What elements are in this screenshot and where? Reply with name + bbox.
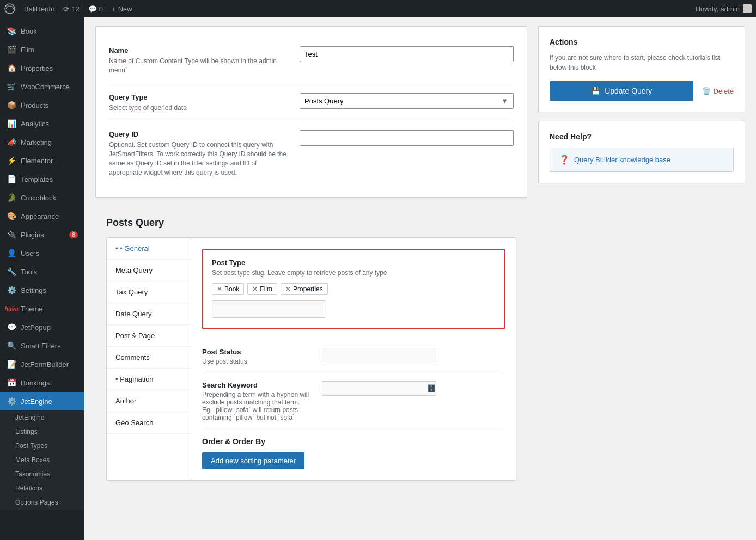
query-builder: • General Meta Query Tax Query Date Quer… <box>106 237 516 481</box>
tag-book-remove[interactable]: ✕ <box>217 285 222 293</box>
users-icon: 👤 <box>7 248 16 258</box>
tag-film-remove[interactable]: ✕ <box>252 285 258 293</box>
tab-comments[interactable]: Comments <box>107 347 191 369</box>
sidebar-item-film[interactable]: 🎬 Film <box>0 40 84 59</box>
tag-properties-remove[interactable]: ✕ <box>285 285 291 293</box>
query-type-select-wrap: Posts Query ▼ <box>300 93 514 109</box>
svg-point-0 <box>5 4 15 14</box>
query-id-row: Query ID Optional. Set custom Query ID t… <box>109 121 514 186</box>
jetformbuilder-icon: 📝 <box>7 359 16 369</box>
sub-meta-boxes[interactable]: Meta Boxes <box>0 453 84 467</box>
name-input[interactable] <box>300 46 514 62</box>
add-sort-button[interactable]: Add new sorting parameter <box>202 452 304 469</box>
name-label: Name <box>109 46 289 54</box>
sidebar-item-tools[interactable]: 🔧 Tools <box>0 262 84 281</box>
sub-taxonomies[interactable]: Taxonomies <box>0 467 84 481</box>
post-status-input[interactable] <box>322 348 436 365</box>
order-section: Order & Order By Add new sorting paramet… <box>202 429 505 469</box>
comments-count[interactable]: 💬 0 <box>88 5 103 13</box>
sidebar-item-jetpopup[interactable]: 💬 JetPopup <box>0 318 84 336</box>
settings-icon: ⚙️ <box>7 285 16 295</box>
sidebar-item-smart-filters[interactable]: 🔍 Smart Filters <box>0 336 84 355</box>
templates-icon: 📄 <box>7 174 16 184</box>
sidebar-item-crocoblock[interactable]: 🐊 Crocoblock <box>0 188 84 207</box>
site-name[interactable]: BaliRento <box>24 5 54 13</box>
sidebar-item-label: JetPopup <box>21 323 51 332</box>
query-type-select[interactable]: Posts Query <box>300 93 514 109</box>
sidebar-item-label: Settings <box>21 286 46 294</box>
sidebar-item-properties[interactable]: 🏠 Properties <box>0 59 84 77</box>
tab-meta-query[interactable]: Meta Query <box>107 260 191 281</box>
sidebar: 📚 Book 🎬 Film 🏠 Properties 🛒 WooCommerce… <box>0 17 84 540</box>
crocoblock-icon: 🐊 <box>7 193 16 202</box>
tag-book-label: Book <box>224 285 239 293</box>
name-label-wrap: Name Name of Custom Content Type will be… <box>109 46 289 75</box>
delete-button[interactable]: 🗑️ Delete <box>702 87 734 95</box>
tab-author[interactable]: Author <box>107 390 191 412</box>
sidebar-item-label: Templates <box>21 175 53 183</box>
search-keyword-input[interactable] <box>322 382 423 395</box>
sidebar-item-templates[interactable]: 📄 Templates <box>0 170 84 188</box>
tab-general[interactable]: • General <box>107 238 191 260</box>
jetpopup-icon: 💬 <box>7 322 16 332</box>
new-content[interactable]: + New <box>112 5 132 13</box>
post-status-label: Post Status <box>202 348 311 356</box>
question-icon: ❓ <box>559 155 570 165</box>
post-type-input[interactable] <box>212 300 326 318</box>
actions-box: Actions If you are not sure where to sta… <box>538 26 745 112</box>
sub-jetengine[interactable]: JetEngine <box>0 410 84 425</box>
sidebar-item-theme[interactable]: hava Theme <box>0 299 84 318</box>
analytics-icon: 📊 <box>7 119 16 128</box>
sidebar-item-settings[interactable]: ⚙️ Settings <box>0 281 84 299</box>
tab-geo-search[interactable]: Geo Search <box>107 412 191 434</box>
post-status-control <box>322 348 505 365</box>
sidebar-item-label: Elementor <box>21 157 53 165</box>
tab-post-page[interactable]: Post & Page <box>107 325 191 347</box>
tag-film-label: Film <box>260 285 272 293</box>
wp-logo[interactable] <box>4 3 15 14</box>
sub-post-types[interactable]: Post Types <box>0 439 84 453</box>
smart-filters-icon: 🔍 <box>7 341 16 351</box>
sidebar-item-label: Tools <box>21 268 37 276</box>
sidebar-item-elementor[interactable]: ⚡ Elementor <box>0 151 84 170</box>
sidebar-item-plugins[interactable]: 🔌 Plugins 8 <box>0 225 84 244</box>
sidebar-item-analytics[interactable]: 📊 Analytics <box>0 114 84 133</box>
delete-btn-label: Delete <box>713 87 734 95</box>
post-status-row: Post Status Use post status <box>202 340 505 373</box>
action-buttons: 💾 Update Query 🗑️ Delete <box>550 81 734 101</box>
sidebar-item-book[interactable]: 📚 Book <box>0 22 84 40</box>
sidebar-item-bookings[interactable]: 📅 Bookings <box>0 373 84 392</box>
sidebar-item-products[interactable]: 📦 Products <box>0 96 84 114</box>
query-id-label: Query ID <box>109 130 289 138</box>
sidebar-item-marketing[interactable]: 📣 Marketing <box>0 133 84 151</box>
sidebar-item-jetformbuilder[interactable]: 📝 JetFormBuilder <box>0 355 84 373</box>
actions-desc: If you are not sure where to start, plea… <box>550 53 734 72</box>
sidebar-item-users[interactable]: 👤 Users <box>0 244 84 262</box>
marketing-icon: 📣 <box>7 137 16 147</box>
query-id-input[interactable] <box>300 130 514 146</box>
update-query-button[interactable]: 💾 Update Query <box>550 81 693 101</box>
tag-properties: ✕ Properties <box>281 283 328 295</box>
sidebar-item-woocommerce[interactable]: 🛒 WooCommerce <box>0 77 84 96</box>
search-keyword-label: Search Keyword <box>202 381 311 389</box>
sidebar-item-jetengine[interactable]: ⚙️ JetEngine <box>0 392 84 410</box>
sidebar-item-label: Appearance <box>21 212 59 220</box>
tab-pagination[interactable]: • Pagination <box>107 369 191 390</box>
sub-options-pages[interactable]: Options Pages <box>0 495 84 510</box>
query-id-desc: Optional. Set custom Query ID to connect… <box>109 140 289 177</box>
main-content: Name Name of Custom Content Type will be… <box>84 17 756 540</box>
name-control <box>300 46 514 62</box>
sub-relations[interactable]: Relations <box>0 481 84 495</box>
order-title: Order & Order By <box>202 437 505 446</box>
sub-listings[interactable]: Listings <box>0 425 84 439</box>
kb-link[interactable]: ❓ Query Builder knowledge base <box>550 148 734 172</box>
tab-tax-query[interactable]: Tax Query <box>107 281 191 303</box>
tab-date-query[interactable]: Date Query <box>107 303 191 325</box>
need-help-box: Need Help? ❓ Query Builder knowledge bas… <box>538 121 745 183</box>
elementor-icon: ⚡ <box>7 156 16 165</box>
sidebar-item-label: Analytics <box>21 120 49 128</box>
updates-count[interactable]: ⟳ 12 <box>63 5 79 13</box>
sidebar-item-label: Film <box>21 46 34 54</box>
sidebar-item-appearance[interactable]: 🎨 Appearance <box>0 207 84 225</box>
admin-user: Howdy, admin <box>696 4 752 13</box>
